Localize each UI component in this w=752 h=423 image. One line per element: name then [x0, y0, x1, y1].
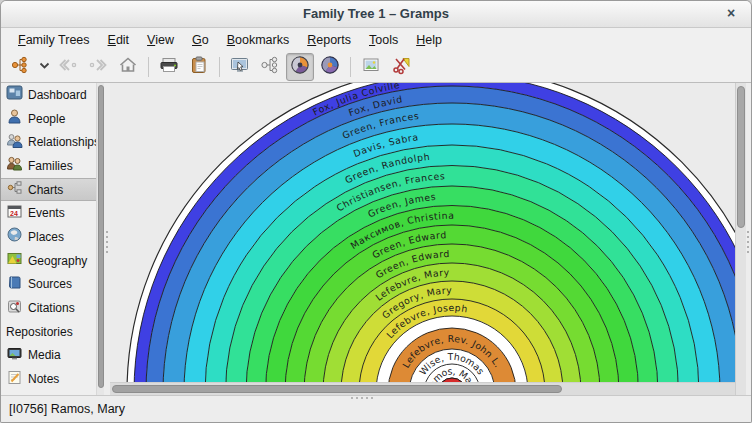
pedigree-view-button[interactable] [256, 53, 284, 81]
main-body: Dashboard People Relationships Families … [1, 83, 751, 395]
notes-icon [6, 369, 28, 390]
sidebar-item-repositories[interactable]: Repositories [1, 320, 96, 344]
right-sidebar-splitter[interactable] [746, 83, 751, 395]
menu-tools[interactable]: Tools [360, 28, 407, 52]
places-icon [6, 226, 28, 247]
status-active-person: [I0756] Ramos, Mary [9, 402, 125, 416]
sidebar-item-label: Notes [28, 372, 59, 386]
menu-go[interactable]: Go [183, 28, 218, 52]
menu-help[interactable]: Help [407, 28, 451, 52]
menu-family-trees[interactable]: Family Trees [9, 28, 99, 52]
print-icon [158, 55, 180, 79]
statusbar: [I0756] Ramos, Mary [1, 395, 751, 423]
sidebar-item-families[interactable]: Families [1, 154, 96, 178]
forward-button[interactable] [84, 53, 112, 81]
close-button[interactable]: × [719, 1, 743, 27]
gramps-tree-icon [10, 55, 30, 79]
menu-view[interactable]: View [138, 28, 183, 52]
sidebar-item-label: People [28, 112, 65, 126]
menubar: Family TreesEditViewGoBookmarksReportsTo… [1, 28, 751, 52]
toolbar-separator [350, 57, 351, 77]
gramps-window: Family Tree 1 – Gramps × Family TreesEdi… [0, 0, 752, 423]
cut-button[interactable] [387, 53, 415, 81]
sidebar-item-label: Sources [28, 277, 72, 291]
geography-icon [6, 250, 28, 271]
clipboard-icon [189, 55, 209, 79]
sidebar-item-label: Dashboard [28, 88, 87, 102]
home-button[interactable] [114, 53, 142, 81]
pedigree-view-icon [259, 55, 281, 79]
charts-icon [6, 179, 28, 200]
fanchart-full-view-button[interactable] [316, 53, 344, 81]
sidebar-item-dashboard[interactable]: Dashboard [1, 83, 96, 107]
sidebar-item-label: Places [28, 230, 64, 244]
sidebar-item-geography[interactable]: Geography [1, 249, 96, 273]
sidebar-scrollbar-thumb[interactable] [98, 85, 104, 388]
sidebar-item-label: Families [28, 159, 73, 173]
sidebar-item-media[interactable]: Media [1, 344, 96, 368]
statusbar-grip[interactable] [351, 397, 376, 399]
sources-icon [6, 274, 28, 295]
toolbar-separator [219, 57, 220, 77]
print-button[interactable] [155, 53, 183, 81]
sidebar-item-notes[interactable]: Notes [1, 367, 96, 391]
image-icon [361, 55, 381, 79]
sidebar-scrollbar[interactable] [96, 83, 104, 395]
sidebar-item-charts[interactable]: Charts [1, 178, 96, 202]
vertical-scrollbar[interactable] [735, 83, 746, 395]
view-config-icon [229, 55, 251, 79]
fanchart-view-button[interactable] [286, 53, 314, 81]
cut-icon [391, 55, 411, 79]
sidebar-item-sources[interactable]: Sources [1, 273, 96, 297]
clipboard-button[interactable] [185, 53, 213, 81]
right-splitter-grip[interactable] [747, 231, 749, 256]
families-icon [6, 155, 28, 176]
sidebar-item-label: Relationships [28, 135, 96, 149]
horizontal-scrollbar[interactable] [110, 382, 735, 395]
window-title: Family Tree 1 – Gramps [1, 1, 751, 27]
sidebar-item-label: Events [28, 206, 65, 220]
fanchart-full-view-icon [320, 55, 340, 79]
sidebar-item-citations[interactable]: Citations [1, 296, 96, 320]
events-icon: 24 [6, 203, 28, 224]
relationships-icon [6, 132, 28, 153]
sidebar-item-label: Geography [28, 254, 87, 268]
menu-reports[interactable]: Reports [298, 28, 360, 52]
citations-icon [6, 298, 28, 319]
nav-back-icon [58, 55, 78, 79]
sidebar-item-label: Media [28, 348, 61, 362]
sidebar-item-label: Citations [28, 301, 75, 315]
sidebar-item-events[interactable]: 24 Events [1, 201, 96, 225]
menu-edit[interactable]: Edit [99, 28, 139, 52]
titlebar: Family Tree 1 – Gramps × [1, 1, 751, 28]
family-trees-button[interactable] [6, 53, 34, 81]
home-icon [118, 55, 138, 79]
sidebar-item-people[interactable]: People [1, 107, 96, 131]
sidebar-item-label: Charts [28, 183, 63, 197]
splitter-grip[interactable] [106, 231, 108, 256]
people-icon [6, 108, 28, 129]
media-icon [6, 345, 28, 366]
media-button[interactable] [357, 53, 385, 81]
fan-chart-canvas[interactable]: Ramos, MaryWise, ThomasLefebvre, Rev. Jo… [110, 83, 735, 382]
svg-text:24: 24 [10, 210, 18, 217]
sidebar-item-places[interactable]: Places [1, 225, 96, 249]
menu-bookmarks[interactable]: Bookmarks [218, 28, 299, 52]
vertical-scrollbar-thumb[interactable] [737, 86, 745, 228]
chart-column: Ramos, MaryWise, ThomasLefebvre, Rev. Jo… [110, 83, 735, 395]
back-button[interactable] [54, 53, 82, 81]
nav-forward-icon [88, 55, 108, 79]
toolbar-separator [148, 57, 149, 77]
family-trees-dropdown[interactable] [36, 53, 52, 81]
dashboard-icon [6, 84, 28, 105]
sidebar-item-relationships[interactable]: Relationships [1, 130, 96, 154]
configure-view-button[interactable] [226, 53, 254, 81]
chevron-down-icon [39, 55, 50, 79]
toolbar [1, 52, 751, 83]
category-sidebar: Dashboard People Relationships Families … [1, 83, 96, 395]
horizontal-scrollbar-thumb[interactable] [112, 385, 562, 393]
fan-chart-svg: Ramos, MaryWise, ThomasLefebvre, Rev. Jo… [110, 83, 735, 382]
sidebar-item-label: Repositories [6, 325, 73, 339]
fanchart-view-icon [290, 55, 310, 79]
